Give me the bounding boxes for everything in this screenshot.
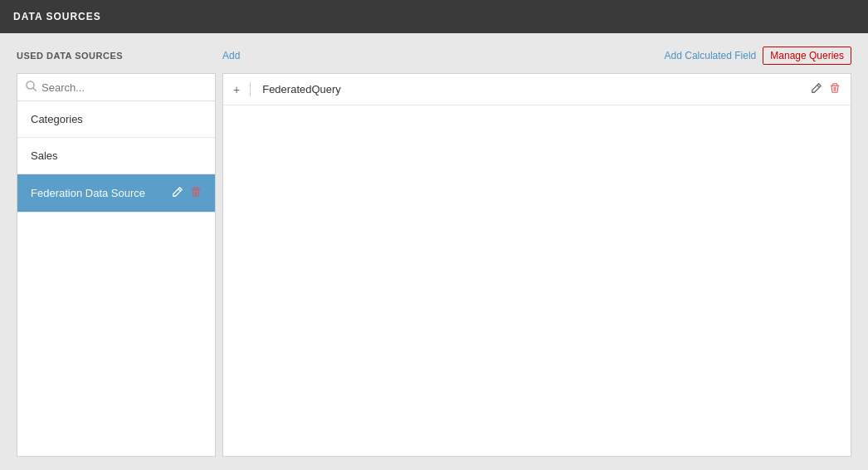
main-content: USED DATA SOURCES Add Add Calculated Fie… — [0, 33, 868, 470]
sidebar-item-federation[interactable]: Federation Data Source — [17, 174, 215, 213]
expand-icon[interactable]: + — [233, 83, 240, 96]
sidebar-item-sales[interactable]: Sales — [17, 138, 215, 174]
main-panel: + FederatedQuery — [222, 73, 851, 457]
panel-divider — [250, 82, 251, 96]
edit-query-icon[interactable] — [811, 82, 822, 96]
sidebar-item-categories[interactable]: Categories — [17, 101, 215, 138]
query-actions — [811, 82, 841, 96]
search-input[interactable] — [41, 81, 207, 94]
used-sources-label: USED DATA SOURCES — [17, 51, 123, 61]
sidebar: Categories Sales Federation Data Source — [17, 73, 216, 457]
right-actions: Add Calculated Field Manage Queries — [665, 47, 851, 65]
app-title: DATA SOURCES — [13, 11, 101, 22]
edit-source-icon[interactable] — [172, 186, 183, 200]
left-action-area: USED DATA SOURCES Add — [17, 50, 240, 61]
query-row: + FederatedQuery — [223, 74, 851, 105]
sidebar-item-actions — [172, 186, 202, 200]
top-bar: DATA SOURCES — [0, 0, 868, 33]
delete-query-icon[interactable] — [829, 82, 841, 96]
body-layout: Categories Sales Federation Data Source — [17, 73, 851, 457]
search-icon — [26, 81, 37, 94]
svg-rect-5 — [831, 86, 840, 86]
svg-line-1 — [33, 88, 37, 91]
sidebar-item-label: Sales — [31, 149, 58, 162]
action-bar: USED DATA SOURCES Add Add Calculated Fie… — [17, 47, 851, 65]
svg-rect-2 — [192, 189, 201, 190]
manage-queries-button[interactable]: Manage Queries — [763, 47, 851, 65]
sidebar-item-label: Federation Data Source — [31, 187, 145, 199]
add-link[interactable]: Add — [222, 50, 240, 61]
sidebar-item-label: Categories — [31, 113, 83, 125]
add-calculated-field-link[interactable]: Add Calculated Field — [665, 50, 757, 61]
query-name: FederatedQuery — [262, 83, 811, 95]
search-box-wrapper — [17, 74, 215, 101]
delete-source-icon[interactable] — [190, 186, 202, 200]
